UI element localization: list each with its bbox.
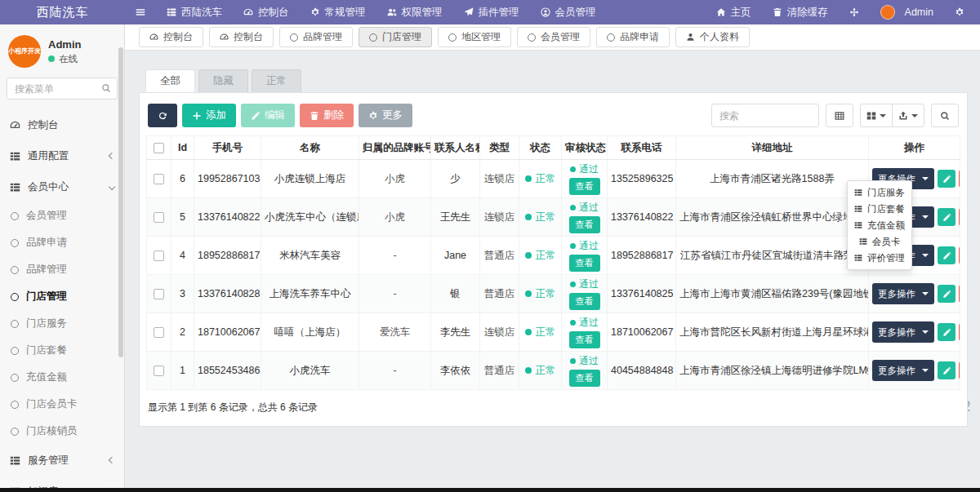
view-button[interactable]: 查看	[569, 255, 600, 272]
col-header-name[interactable]: 名称	[261, 136, 359, 160]
opened-tab[interactable]: 控制台	[139, 27, 203, 47]
cell-type: 连锁店	[484, 211, 515, 223]
sidebar-item-general-config[interactable]: 通用配置	[0, 140, 124, 171]
user-name: Admin	[48, 38, 81, 51]
sidebar-toggle-button[interactable]	[125, 0, 156, 24]
dropdown-item[interactable]: 门店套餐	[848, 201, 911, 217]
settings-gear-button[interactable]	[944, 0, 975, 24]
row-checkbox[interactable]	[154, 289, 164, 299]
sidebar-item-knowledge-base[interactable]: 知识库	[0, 476, 124, 488]
row-edit-button[interactable]	[938, 170, 956, 188]
row-delete-button[interactable]	[959, 246, 960, 264]
more-actions-button[interactable]: 更多操作	[872, 321, 934, 343]
row-delete-button[interactable]	[959, 208, 960, 226]
sidebar-submenu-item[interactable]: 会员管理	[0, 202, 124, 229]
filter-tab[interactable]: 正常	[252, 69, 301, 92]
audit-dot-icon	[570, 281, 576, 287]
sidebar-submenu-item[interactable]: 门店套餐	[0, 337, 124, 364]
search-submit-button[interactable]	[931, 104, 959, 127]
sidebar-submenu-item[interactable]: 充值金额	[0, 364, 124, 391]
table-search-input[interactable]	[711, 104, 819, 127]
opened-tab[interactable]: 品牌申请	[596, 27, 670, 47]
edit-button[interactable]: 编辑	[241, 104, 295, 127]
col-header-tel[interactable]: 联系电话	[608, 136, 676, 160]
row-checkbox[interactable]	[154, 366, 164, 376]
row-checkbox[interactable]	[154, 212, 164, 223]
sidebar-submenu-item[interactable]: 门店管理	[0, 283, 124, 310]
dropdown-item[interactable]: 会员卡	[848, 233, 911, 250]
sidebar-submenu-item[interactable]: 门店核销员	[0, 418, 124, 445]
dropdown-item[interactable]: 充值金额	[848, 217, 911, 233]
row-checkbox[interactable]	[154, 250, 164, 261]
nav-item-general[interactable]: 常规管理	[300, 0, 376, 24]
row-delete-button[interactable]	[959, 361, 960, 379]
users-icon	[387, 7, 397, 17]
view-button[interactable]: 查看	[569, 293, 600, 310]
sidebar-item-service-management[interactable]: 服务管理	[0, 445, 124, 476]
dropdown-item[interactable]: 评价管理	[848, 250, 911, 266]
nav-item-home-module[interactable]: 西陆洗车	[156, 0, 233, 24]
opened-tab[interactable]: 地区管理	[438, 27, 511, 47]
row-edit-button[interactable]	[938, 208, 956, 226]
opened-tab[interactable]: 个人资料	[675, 27, 750, 47]
view-button[interactable]: 查看	[569, 331, 600, 348]
col-header-contact[interactable]: 联系人名称	[431, 136, 480, 160]
col-header-address[interactable]: 详细地址	[676, 136, 869, 160]
row-checkbox[interactable]	[154, 327, 164, 338]
refresh-button[interactable]	[148, 104, 177, 127]
cell-phone: 18952886817	[194, 237, 261, 275]
select-all-checkbox[interactable]	[154, 143, 164, 153]
clear-cache-button[interactable]: 清除缓存	[762, 0, 839, 24]
dropdown-item[interactable]: 门店服务	[848, 184, 911, 201]
sidebar-submenu-item[interactable]: 门店会员卡	[0, 391, 124, 418]
opened-tab[interactable]: 品牌管理	[279, 27, 353, 47]
row-delete-button[interactable]	[959, 323, 960, 341]
view-button[interactable]: 查看	[569, 178, 600, 195]
delete-button[interactable]: 删除	[300, 104, 354, 127]
row-checkbox[interactable]	[154, 174, 164, 184]
opened-tab[interactable]: 会员管理	[517, 27, 590, 47]
more-actions-button[interactable]: 更多操作	[872, 283, 934, 304]
nav-item-dashboard[interactable]: 控制台	[233, 0, 300, 24]
sidebar-submenu-item[interactable]: 门店服务	[0, 310, 124, 337]
audit-passed-label: 通过	[570, 316, 599, 330]
sidebar-submenu-item[interactable]: 品牌管理	[0, 256, 124, 283]
status-badge: 正常	[525, 287, 556, 301]
fullscreen-button[interactable]	[839, 0, 870, 24]
col-header-type[interactable]: 类型	[480, 136, 519, 160]
home-link[interactable]: 主页	[706, 0, 762, 24]
sidebar-submenu-item[interactable]: 品牌申请	[0, 229, 124, 256]
row-edit-button[interactable]	[938, 285, 956, 303]
sidebar-scrollbar[interactable]	[118, 47, 123, 357]
col-header-status[interactable]: 状态	[519, 136, 562, 160]
more-button[interactable]: 更多	[359, 104, 412, 127]
col-header-audit[interactable]: 审核状态	[562, 136, 608, 160]
row-delete-button[interactable]	[959, 170, 960, 188]
row-edit-button[interactable]	[938, 323, 956, 341]
col-header-id[interactable]: Id	[172, 136, 194, 160]
row-delete-button[interactable]	[959, 285, 960, 303]
view-button[interactable]: 查看	[569, 216, 600, 233]
nav-item-plugins[interactable]: 插件管理	[453, 0, 530, 24]
opened-tab[interactable]: 门店管理	[359, 27, 432, 47]
row-edit-button[interactable]	[938, 361, 956, 379]
user-menu[interactable]: Admin	[870, 0, 944, 24]
col-header-brand[interactable]: 归属的品牌账号	[359, 136, 431, 160]
filter-tab[interactable]: 全部	[145, 69, 195, 92]
columns-button[interactable]	[860, 104, 893, 127]
sidebar-item-member-center[interactable]: 会员中心	[0, 171, 124, 202]
more-actions-button[interactable]: 更多操作	[872, 360, 934, 381]
toggle-view-button[interactable]	[826, 104, 853, 127]
filter-tab[interactable]: 隐藏	[198, 69, 248, 92]
nav-item-members[interactable]: 会员管理	[530, 0, 607, 24]
export-button[interactable]	[892, 104, 924, 127]
app-brand[interactable]: 西陆洗车	[0, 5, 125, 20]
row-edit-button[interactable]	[938, 246, 956, 264]
add-button[interactable]: 添加	[182, 104, 236, 127]
view-button[interactable]: 查看	[569, 370, 600, 387]
col-header-phone[interactable]: 手机号	[194, 136, 261, 160]
status-badge: 正常	[525, 172, 556, 186]
nav-item-permissions[interactable]: 权限管理	[376, 0, 453, 24]
sidebar-item-dashboard[interactable]: 控制台	[0, 109, 124, 140]
opened-tab[interactable]: 控制台	[209, 27, 274, 47]
